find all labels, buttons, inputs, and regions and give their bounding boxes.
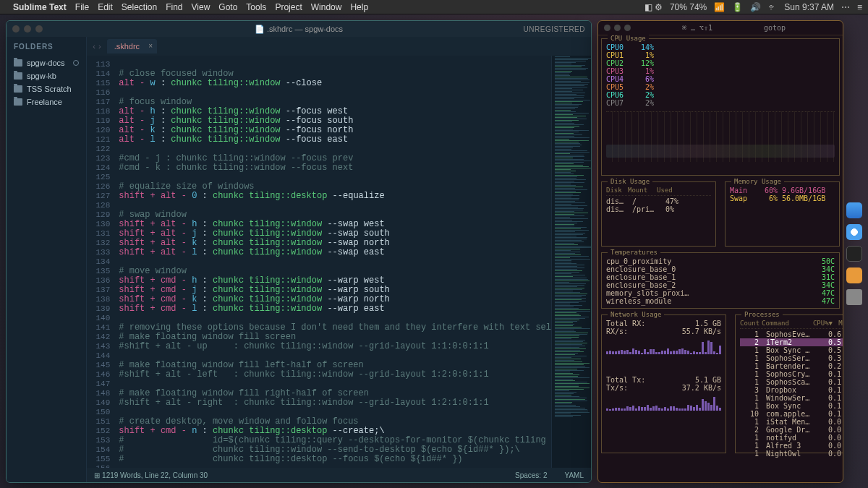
- gotop-titlebar[interactable]: ⌘ … ⌥⇧1 gotop: [598, 21, 843, 35]
- trash-icon[interactable]: [846, 289, 862, 305]
- status-spaces[interactable]: Spaces: 2: [515, 471, 547, 479]
- code-area[interactable]: # close focused windowalt - w : chunkc t…: [116, 56, 551, 468]
- rx-bars: [606, 338, 721, 354]
- zoom-icon[interactable]: [35, 25, 43, 33]
- menu-tools[interactable]: Tools: [246, 2, 266, 12]
- status-bar[interactable]: ⊞ 1219 Words, Line 22, Column 30 Spaces:…: [87, 468, 591, 482]
- cpu-row: CPU11%: [606, 51, 835, 59]
- processes-panel[interactable]: Processes CountCommandCPU%▼Mem% 1SophosE…: [735, 314, 843, 453]
- menu-goto[interactable]: Goto: [218, 2, 237, 12]
- gotop-shell-hint: ⌘ … ⌥⇧1: [682, 24, 712, 32]
- process-row[interactable]: 1notifyd0.00.0: [740, 434, 843, 442]
- process-row[interactable]: 1SophosCry…0.10.1: [740, 370, 843, 378]
- folder-spgw-docs[interactable]: spgw-docs: [14, 56, 79, 69]
- menu-project[interactable]: Project: [275, 2, 302, 12]
- terminal-icon[interactable]: [846, 246, 862, 262]
- wifi-icon[interactable]: 📶: [714, 2, 725, 12]
- battery-icon[interactable]: 🔋: [732, 2, 743, 12]
- desktop: 📄 .skhdrc — spgw-docs UNREGISTERED FOLDE…: [0, 14, 868, 488]
- menu-file[interactable]: File: [75, 2, 89, 12]
- sidebar-header: FOLDERS: [14, 43, 79, 51]
- temp-row: wireless_module47C: [606, 297, 835, 305]
- tab-bar[interactable]: ‹› .skhdrc ×: [87, 37, 591, 56]
- tab-skhdrc[interactable]: .skhdrc ×: [107, 39, 157, 53]
- menu-window[interactable]: Window: [311, 2, 342, 12]
- dock[interactable]: [846, 202, 864, 305]
- minimap[interactable]: [551, 56, 591, 468]
- unregistered-badge: UNREGISTERED: [524, 25, 585, 33]
- memory-panel: Memory Usage Main60%9.6GB/16GBSwap6%56.0…: [725, 181, 840, 247]
- network-panel-title: Network Usage: [608, 311, 664, 318]
- editor[interactable]: 1131141151161171181191201211221231241251…: [87, 56, 591, 468]
- process-row[interactable]: 1iStat Men…0.00.4: [740, 418, 843, 426]
- folder-icon: [14, 98, 22, 106]
- cpu-row: CPU014%: [606, 43, 835, 51]
- macos-menubar: Sublime Text FileEditSelectionFindViewGo…: [0, 0, 868, 14]
- memory-row: Main60%9.6GB/16GB: [730, 187, 835, 194]
- menu-edit[interactable]: Edit: [98, 2, 113, 12]
- disk-row: dis…/pri…0%: [606, 205, 711, 213]
- nav-fwd-icon[interactable]: ›: [98, 42, 101, 51]
- traffic-lights[interactable]: [12, 25, 43, 33]
- gotop-title: gotop: [764, 24, 786, 32]
- process-row[interactable]: 1Box Sync …0.50.0: [740, 346, 843, 354]
- finder-icon[interactable]: [846, 202, 862, 218]
- istat-icon[interactable]: ◧ ⚙: [644, 2, 663, 12]
- app-name[interactable]: Sublime Text: [13, 2, 67, 12]
- process-row[interactable]: 2iTerm20.50.8: [740, 338, 843, 346]
- menu-find[interactable]: Find: [166, 2, 182, 12]
- minimize-icon[interactable]: [24, 25, 31, 33]
- sublime-icon[interactable]: [846, 267, 862, 283]
- folder-status-icon: [73, 60, 79, 66]
- menu-view[interactable]: View: [192, 2, 210, 12]
- volume-icon[interactable]: 🔊: [750, 2, 761, 12]
- process-row[interactable]: 1NightOwl0.00.2: [740, 450, 843, 458]
- folder-label: Freelance: [27, 98, 62, 106]
- folder-icon: [14, 72, 22, 80]
- cpu-panel-title: CPU Usage: [608, 35, 649, 42]
- temp-row: memory_slots_proxi…47C: [606, 289, 835, 297]
- gotop-window: ⌘ … ⌥⇧1 gotop CPU Usage CPU014%CPU11%CPU…: [597, 20, 843, 483]
- process-row[interactable]: 1SophosSer…0.30.2: [740, 354, 843, 362]
- wifi-status-icon[interactable]: ᯤ: [768, 2, 777, 12]
- cpu-sparkline: [606, 111, 835, 162]
- spotlight-icon[interactable]: ⋯: [841, 2, 850, 12]
- process-row[interactable]: 10com.apple…0.17.8: [740, 410, 843, 418]
- folder-freelance[interactable]: Freelance: [14, 95, 79, 108]
- process-row[interactable]: 1SophosSca…0.12.0: [740, 378, 843, 386]
- cpu-row: CPU52%: [606, 83, 835, 91]
- nav-back-icon[interactable]: ‹: [93, 42, 95, 51]
- temp-row: enclosure_base_131C: [606, 273, 835, 281]
- process-row[interactable]: 1Box Sync0.10.8: [740, 402, 843, 410]
- close-icon[interactable]: [12, 25, 20, 33]
- process-row[interactable]: 1WindowSer…0.10.8: [740, 394, 843, 402]
- memory-row: Swap6%56.0MB/1GB: [730, 194, 835, 202]
- process-row[interactable]: 1Alfred 30.00.6: [740, 442, 843, 450]
- safari-icon[interactable]: [846, 224, 862, 240]
- sidebar[interactable]: FOLDERS spgw-docsspgw-kbTSS ScratchFreel…: [7, 37, 87, 482]
- cpu-row: CPU212%: [606, 59, 835, 67]
- cpu-row: CPU46%: [606, 75, 835, 83]
- menu-selection[interactable]: Selection: [122, 2, 157, 12]
- folder-tss-scratch[interactable]: TSS Scratch: [14, 82, 79, 95]
- sublime-titlebar[interactable]: 📄 .skhdrc — spgw-docs UNREGISTERED: [7, 21, 591, 37]
- status-language[interactable]: YAML: [565, 471, 584, 479]
- close-icon[interactable]: [604, 25, 610, 31]
- menu-help[interactable]: Help: [350, 2, 368, 12]
- cpu-row: CPU72%: [606, 99, 835, 107]
- process-row[interactable]: 1SophosEve…0.62.7: [740, 330, 843, 338]
- process-row[interactable]: 2Google Dr…0.00.7: [740, 426, 843, 434]
- folder-label: spgw-kb: [27, 72, 56, 80]
- minimize-icon[interactable]: [614, 25, 621, 31]
- folder-spgw-kb[interactable]: spgw-kb: [14, 69, 79, 82]
- notification-center-icon[interactable]: ≡: [857, 2, 862, 12]
- tab-close-icon[interactable]: ×: [148, 42, 153, 50]
- status-left: ⊞ 1219 Words, Line 22, Column 30: [94, 471, 208, 479]
- process-row[interactable]: 3Dropbox0.11.9: [740, 386, 843, 394]
- battery-percent: 70% 74%: [670, 2, 707, 12]
- network-panel: Network Usage Total RX:1.5 GB RX/s:55.7 …: [601, 314, 726, 453]
- process-row[interactable]: 1Bartender…0.20.2: [740, 362, 843, 370]
- temperatures-panel: Temperatures cpu_0_proximity50Cenclosure…: [601, 252, 840, 309]
- clock[interactable]: Sun 9:37 AM: [784, 2, 834, 12]
- zoom-icon[interactable]: [624, 25, 631, 31]
